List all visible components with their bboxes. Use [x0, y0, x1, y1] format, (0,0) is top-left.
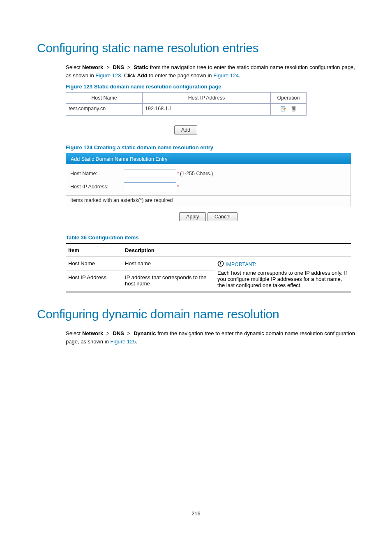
- col-header-desc: Description: [122, 243, 351, 257]
- delete-icon[interactable]: [291, 106, 297, 113]
- col-header-hostname: Host Name: [66, 93, 143, 103]
- text: Select: [66, 64, 82, 70]
- label-hostname: Host Name:: [70, 171, 124, 176]
- text: .: [239, 72, 240, 79]
- hint-hostname: (1-255 Chars.): [180, 171, 213, 176]
- paragraph-static-intro: Select Network > DNS > Static from the n…: [66, 63, 355, 79]
- nav-network: Network: [82, 330, 103, 336]
- svg-rect-4: [220, 262, 221, 264]
- table-row: Host Name Host name IMPORTANT: Each host…: [66, 257, 351, 271]
- figure-124-caption: Figure 124 Creating a static domain name…: [66, 144, 355, 151]
- tab-bar: Add Static Domain Name Resolution Entry: [66, 153, 351, 164]
- cell-important: IMPORTANT: Each host name corresponds to…: [215, 257, 351, 292]
- label-hostip: Host IP Address:: [70, 184, 124, 190]
- cell-desc: Host name: [122, 257, 215, 271]
- nav-static: Static: [134, 64, 148, 70]
- form-row-hostname: Host Name: *(1-255 Chars.): [70, 169, 346, 178]
- apply-button[interactable]: Apply: [179, 212, 206, 221]
- required-note: Items marked with an asterisk(*) are req…: [70, 196, 346, 203]
- text: . Click: [121, 72, 137, 79]
- add-bold: Add: [137, 72, 147, 79]
- separator: >: [126, 330, 132, 336]
- figure-123-caption: Figure 123 Static domain name resolution…: [66, 83, 355, 90]
- cell-hostname: test.company.cn: [66, 104, 143, 115]
- input-hostip[interactable]: [124, 182, 176, 191]
- heading-static-resolution: Configuring static name resolution entri…: [37, 41, 355, 55]
- cancel-button[interactable]: Cancel: [208, 212, 238, 221]
- edit-icon[interactable]: [280, 106, 286, 113]
- text: to enter the page shown in: [148, 72, 213, 79]
- separator: >: [126, 64, 132, 70]
- nav-network: Network: [82, 64, 103, 70]
- paragraph-dynamic-intro: Select Network > DNS > Dynamic from the …: [66, 329, 355, 345]
- important-text: Each host name corresponds to one IP add…: [217, 270, 348, 288]
- col-header-item: Item: [66, 243, 122, 257]
- input-hostname[interactable]: [124, 169, 176, 178]
- required-asterisk: *: [177, 184, 179, 190]
- separator: >: [105, 64, 111, 70]
- add-button[interactable]: Add: [174, 125, 197, 134]
- add-button-wrap: Add: [66, 125, 306, 134]
- table-36-caption: Table 36 Configuration items: [66, 234, 355, 241]
- cell-operation: [271, 104, 306, 115]
- required-asterisk: *: [177, 171, 179, 176]
- nav-dns: DNS: [113, 330, 124, 336]
- cell-item: Host Name: [66, 257, 122, 271]
- warning-icon: [217, 260, 224, 268]
- table-36: Item Description Host Name Host name IMP…: [66, 243, 351, 292]
- link-figure-123[interactable]: Figure 123: [95, 72, 121, 79]
- figure-124-panel: Add Static Domain Name Resolution Entry …: [66, 153, 351, 223]
- form-row-hostip: Host IP Address: *: [70, 182, 346, 191]
- table-header-row: Host Name Host IP Address Operation: [66, 93, 306, 104]
- link-figure-124[interactable]: Figure 124: [213, 72, 239, 79]
- tab-add-entry[interactable]: Add Static Domain Name Resolution Entry: [66, 154, 173, 164]
- link-figure-125[interactable]: Figure 125: [110, 338, 136, 345]
- text: Select: [66, 330, 82, 336]
- col-header-hostip: Host IP Address: [143, 93, 271, 103]
- figure-123-table: Host Name Host IP Address Operation test…: [66, 92, 307, 116]
- col-header-operation: Operation: [271, 93, 306, 103]
- text: .: [136, 338, 138, 345]
- separator: >: [105, 330, 111, 336]
- page-number: 216: [37, 510, 355, 517]
- nav-dynamic: Dynamic: [134, 330, 156, 336]
- nav-dns: DNS: [113, 64, 124, 70]
- panel-body: Host Name: *(1-255 Chars.) Host IP Addre…: [66, 164, 351, 206]
- svg-rect-5: [220, 264, 221, 265]
- heading-dynamic-resolution: Configuring dynamic domain name resoluti…: [37, 307, 355, 321]
- table-row: test.company.cn 192.168.1.1: [66, 104, 306, 115]
- cell-desc: IP address that corresponds to the host …: [122, 271, 215, 292]
- important-label: IMPORTANT:: [226, 262, 256, 267]
- svg-rect-2: [292, 107, 295, 107]
- button-row: Apply Cancel: [66, 206, 351, 223]
- cell-item: Host IP Address: [66, 271, 122, 292]
- cell-hostip: 192.168.1.1: [143, 104, 271, 115]
